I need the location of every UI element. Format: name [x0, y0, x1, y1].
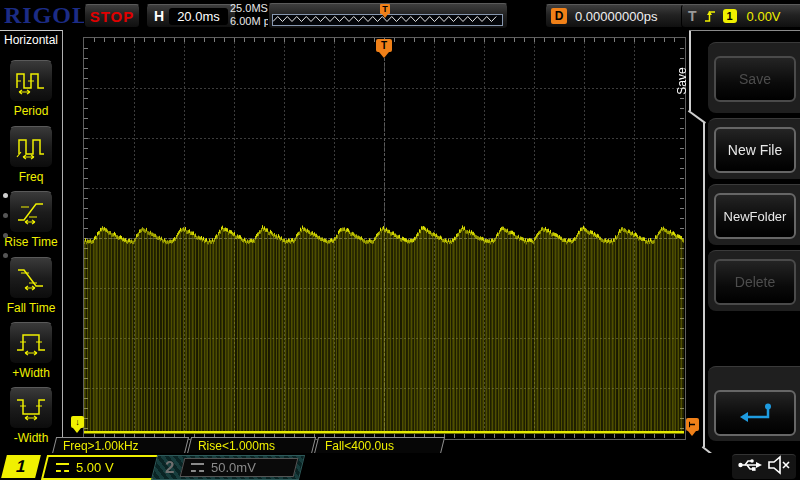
delay-value: 0.00000000ps: [575, 9, 657, 24]
measure-category-title: Horizontal: [0, 33, 62, 47]
sidebar-item-label: -Width: [0, 431, 62, 445]
channel2-badge[interactable]: 2 50.0mV: [151, 455, 305, 480]
channel1-ground-marker[interactable]: ↓: [71, 416, 84, 428]
save-button[interactable]: Save: [714, 56, 796, 102]
horizontal-label: H: [154, 8, 164, 24]
channel2-scale: 50.0mV: [180, 458, 299, 477]
sidebar-item-freq[interactable]: Freq: [0, 126, 62, 184]
sidebar-item-period[interactable]: Period: [0, 60, 62, 118]
horizontal-scale-button[interactable]: H 20.0ms: [146, 4, 236, 28]
menu-left-border: [703, 122, 705, 447]
sidebar-item-fall-time[interactable]: Fall Time: [0, 257, 62, 315]
sidebar-item-label: Period: [0, 104, 62, 118]
scroll-dot-active: [3, 193, 8, 198]
trigger-label: T: [688, 8, 697, 24]
measurement-fall[interactable]: Fall<400.0us: [314, 437, 445, 454]
trigger-level-value: 0.00V: [747, 9, 781, 24]
sidebar-item-label: +Width: [0, 366, 62, 380]
menu-tab-label: Save: [675, 67, 689, 94]
sidebar-item-label: Fall Time: [0, 301, 62, 315]
dc-coupling-icon: [56, 463, 69, 472]
sidebar-item-label: Rise Time: [0, 235, 62, 249]
menu-tab-save: Save: [686, 50, 706, 110]
trigger-position-marker[interactable]: T: [376, 39, 392, 52]
waveform-display: [84, 38, 684, 438]
measurement-rise[interactable]: Rise<1.000ms: [187, 437, 316, 454]
trigger-source-badge: 1: [723, 9, 737, 23]
freq-icon: [9, 126, 53, 168]
trigger-status-button[interactable]: T 1 0.00V: [681, 4, 800, 28]
new-folder-button[interactable]: NewFolder: [714, 193, 796, 239]
run-state-button[interactable]: STOP: [84, 4, 140, 28]
trigger-level-marker[interactable]: T: [686, 418, 699, 431]
period-icon: [9, 60, 53, 102]
scroll-dot: [3, 233, 8, 238]
channel2-number: 2: [165, 458, 174, 478]
delete-button[interactable]: Delete: [714, 259, 796, 305]
return-arrow-icon: [736, 402, 774, 424]
sidebar-item-minus-width[interactable]: -Width: [0, 387, 62, 445]
minus-width-icon: [9, 387, 53, 429]
return-button[interactable]: [714, 390, 796, 436]
fall-time-icon: [9, 257, 53, 299]
run-state-label: STOP: [90, 8, 135, 25]
new-file-button[interactable]: New File: [714, 127, 796, 173]
menu-top-border: [689, 30, 800, 31]
scroll-dot: [3, 213, 8, 218]
sidebar-item-label: Freq: [0, 170, 62, 184]
rise-time-icon: [9, 191, 53, 233]
channel1-badge[interactable]: 1: [1, 455, 41, 478]
memory-trigger-position-marker[interactable]: T: [380, 4, 390, 14]
sidebar-item-rise-time[interactable]: Rise Time: [0, 191, 62, 249]
rising-edge-icon: [703, 9, 717, 23]
channel1-scale-value: 5.00 V: [76, 460, 114, 475]
sidebar-item-plus-width[interactable]: +Width: [0, 322, 62, 380]
delay-badge: D: [551, 8, 567, 24]
speaker-muted-icon: [766, 455, 792, 475]
usb-icon: [738, 457, 762, 473]
horizontal-scale-value: 20.0ms: [169, 8, 228, 25]
channel1-scale[interactable]: 5.00 V: [41, 455, 163, 480]
plus-width-icon: [9, 322, 53, 364]
oscilloscope-screen: RIGOL STOP H 20.0ms 25.0MSa/s 6.00M pts …: [0, 0, 800, 480]
measurement-freq[interactable]: Freq>1.00kHz: [52, 437, 189, 454]
rigol-logo: RIGOL: [4, 2, 89, 29]
dc-coupling-icon: [191, 463, 204, 472]
trigger-delay-button[interactable]: D 0.00000000ps: [545, 4, 687, 28]
channel2-scale-value: 50.0mV: [211, 460, 256, 475]
scroll-dot: [3, 253, 8, 258]
